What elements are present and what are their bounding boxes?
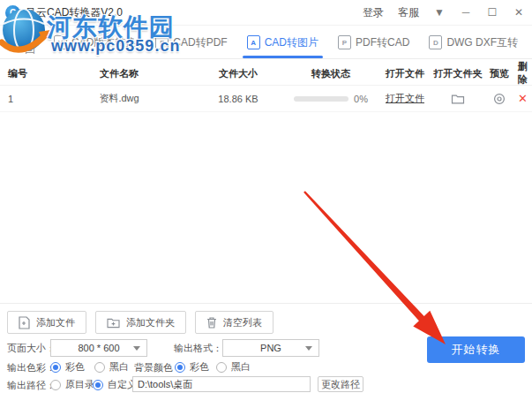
page-size-select[interactable]: 800 * 600 xyxy=(50,339,147,357)
tab-cad-to-pdf[interactable]: P CAD转PDF xyxy=(146,26,236,58)
radio-icon xyxy=(216,362,227,373)
path-custom-radio[interactable]: 自定义 xyxy=(93,378,137,391)
output-path-input[interactable] xyxy=(132,376,311,392)
panel-divider xyxy=(0,303,532,304)
title-bar: C 风云CAD转换器V2.0 登录 客服 ▼ ─ ☐ ✕ xyxy=(0,0,532,26)
radio-icon xyxy=(50,362,61,373)
output-format-label: 输出格式： xyxy=(174,342,222,355)
add-folder-button[interactable]: 添加文件夹 xyxy=(95,311,186,334)
row-number: 1 xyxy=(0,94,44,104)
app-logo-icon: C xyxy=(5,5,20,20)
tab-pdf-to-cad[interactable]: P PDF转CAD xyxy=(328,26,419,58)
conversion-status: 0% xyxy=(282,94,379,104)
app-window: C 风云CAD转换器V2.0 登录 客服 ▼ ─ ☐ ✕ ← 返回 V CAD版… xyxy=(0,0,532,393)
chevron-down-icon xyxy=(133,346,140,351)
radio-icon xyxy=(94,362,105,373)
output-format-select[interactable]: PNG xyxy=(222,339,319,357)
back-arrow-icon: ← xyxy=(9,35,21,49)
open-file-link[interactable]: 打开文件 xyxy=(386,93,424,103)
back-button[interactable]: ← 返回 xyxy=(0,26,44,58)
output-path-label: 输出路径： xyxy=(7,379,56,392)
minimize-button[interactable]: ─ xyxy=(460,6,472,19)
doc-icon: P xyxy=(338,35,351,49)
doc-icon: P xyxy=(155,35,169,49)
start-convert-button[interactable]: 开始转换 xyxy=(427,336,525,363)
file-name: 资料.dwg xyxy=(44,92,194,105)
close-button[interactable]: ✕ xyxy=(513,6,525,19)
change-path-button[interactable]: 更改路径 xyxy=(318,376,363,392)
clear-list-button[interactable]: 清空列表 xyxy=(195,311,273,334)
login-link[interactable]: 登录 xyxy=(363,5,384,20)
tab-cad-to-dwf[interactable]: A CAD转DWF xyxy=(528,26,532,58)
add-folder-icon xyxy=(107,317,120,329)
trash-icon xyxy=(206,316,217,329)
file-table: 编号 文件名称 文件大小 转换状态 打开文件 打开文件夹 预览 删除 1 资料.… xyxy=(0,60,532,112)
table-header: 编号 文件名称 文件大小 转换状态 打开文件 打开文件夹 预览 删除 xyxy=(0,60,532,86)
delete-icon[interactable]: ✕ xyxy=(518,92,528,105)
maximize-button[interactable]: ☐ xyxy=(486,6,498,19)
output-color-label: 输出色彩： xyxy=(7,361,56,374)
progress-bar xyxy=(294,96,348,102)
background-color-bw-radio[interactable]: 黑白 xyxy=(216,360,251,374)
progress-percent: 0% xyxy=(354,94,368,104)
tab-bar: ← 返回 V CAD版本转换 P CAD转PDF A CAD转图片 P PDF转… xyxy=(0,26,532,59)
service-link[interactable]: 客服 xyxy=(398,5,419,20)
chevron-down-icon xyxy=(305,346,312,351)
doc-icon: V xyxy=(54,35,67,49)
doc-icon: D xyxy=(429,35,442,49)
radio-icon xyxy=(175,362,185,373)
output-color-color-radio[interactable]: 彩色 xyxy=(50,360,85,374)
file-size: 18.86 KB xyxy=(194,94,282,104)
tab-dwg-dxf-convert[interactable]: D DWG DXF互转 xyxy=(419,26,528,58)
add-file-icon xyxy=(19,316,30,329)
radio-icon xyxy=(50,380,61,390)
skin-menu-icon[interactable]: ▼ xyxy=(433,6,446,19)
output-color-bw-radio[interactable]: 黑白 xyxy=(94,360,129,374)
preview-eye-icon[interactable] xyxy=(492,93,506,105)
tab-cad-version-convert[interactable]: V CAD版本转换 xyxy=(44,26,146,58)
open-folder-icon[interactable] xyxy=(451,93,465,105)
path-original-radio[interactable]: 原目录 xyxy=(50,378,94,391)
add-file-button[interactable]: 添加文件 xyxy=(7,311,86,334)
tab-cad-to-image[interactable]: A CAD转图片 xyxy=(237,26,328,58)
radio-icon xyxy=(93,380,103,390)
window-title: 风云CAD转换器V2.0 xyxy=(26,5,123,20)
doc-icon: A xyxy=(247,35,260,49)
table-row: 1 资料.dwg 18.86 KB 0% 打开文件 xyxy=(0,86,532,112)
page-size-label: 页面大小： xyxy=(7,342,56,355)
background-color-color-radio[interactable]: 彩色 xyxy=(175,360,209,374)
